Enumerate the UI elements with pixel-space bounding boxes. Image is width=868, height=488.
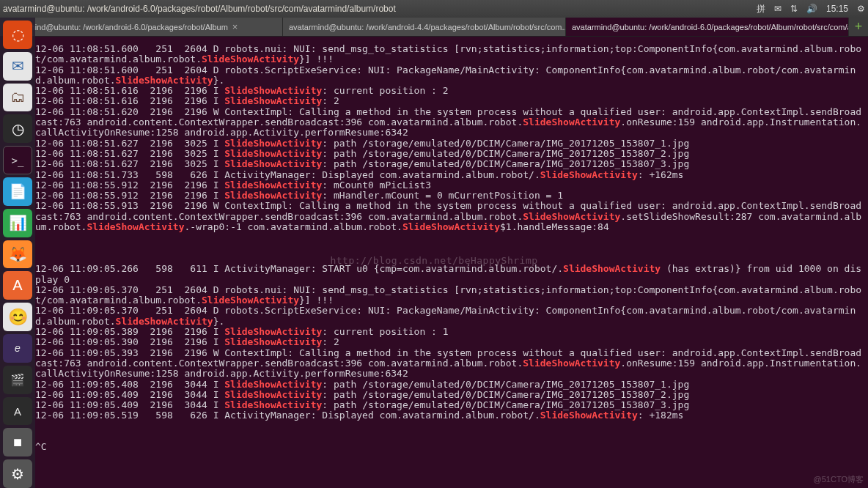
chromium-icon: ◷ xyxy=(12,120,24,138)
menu-bar: avatarmind@ubuntu: /work/android-6.0/pac… xyxy=(0,0,868,18)
folder-icon: 🗂 xyxy=(10,89,25,106)
window-title: avatarmind@ubuntu: /work/android-6.0/pac… xyxy=(3,4,757,14)
clapper-icon: 🎬 xyxy=(10,373,25,387)
close-icon[interactable]: × xyxy=(232,22,238,32)
launcher-item-software[interactable]: A xyxy=(3,271,32,300)
launcher-item-firefox[interactable]: 🦊 xyxy=(3,240,32,269)
launcher-item-settings[interactable]: ⚙ xyxy=(3,459,32,488)
launcher-item-unknown[interactable]: ■ xyxy=(3,428,32,456)
network-icon[interactable]: ⇅ xyxy=(790,4,798,14)
unity-launcher: ◌ ✉ 🗂 ◷ >_ 📄 📊 🦊 A 😊 e 🎬 A ■ ⚙ xyxy=(0,18,35,488)
launcher-item-dash[interactable]: ◌ xyxy=(3,21,32,49)
firefox-icon: 🦊 xyxy=(9,245,27,263)
launcher-item-thunderbird[interactable]: ✉ xyxy=(3,52,32,81)
volume-icon[interactable]: 🔊 xyxy=(806,4,817,14)
launcher-item-calc[interactable]: 📊 xyxy=(3,209,32,237)
mail-icon: ✉ xyxy=(12,57,24,75)
spreadsheet-icon: 📊 xyxy=(9,214,27,232)
watermark2: @51CTO博客 xyxy=(814,474,864,485)
gear-icon: ⚙ xyxy=(11,465,24,483)
launcher-item-files[interactable]: 🗂 xyxy=(3,84,32,112)
eclipse-icon: e xyxy=(15,342,21,354)
smile-icon: 😊 xyxy=(8,308,28,327)
session-gear-icon[interactable]: ⚙ xyxy=(857,4,865,14)
clock[interactable]: 15:15 xyxy=(826,4,848,14)
android-icon: A xyxy=(14,405,21,418)
launcher-item-cheese[interactable]: 😊 xyxy=(3,303,32,331)
tab-1[interactable]: avatarmind@ubuntu: /work/android-4.4/pac… xyxy=(283,18,566,36)
launcher-item-writer[interactable]: 📄 xyxy=(3,177,32,206)
new-tab-button[interactable]: + xyxy=(849,18,868,36)
square-icon: ■ xyxy=(13,434,22,451)
tab-0[interactable]: avatarmind@ubuntu: /work/android-6.0/pac… xyxy=(0,18,283,36)
launcher-item-androidstudio[interactable]: A xyxy=(3,397,32,426)
ime-indicator[interactable]: 拼 xyxy=(757,3,765,15)
watermark: http://blog.csdn.net/beHappyShrimp xyxy=(330,255,537,266)
launcher-item-eclipse[interactable]: e xyxy=(3,334,32,363)
tab-label: avatarmind@ubuntu: /work/android-4.4/pac… xyxy=(289,23,566,32)
bag-icon: A xyxy=(12,277,22,294)
tab-2[interactable]: avatarmind@ubuntu: /work/android-6.0/pac… xyxy=(566,18,849,36)
tab-label: avatarmind@ubuntu: /work/android-6.0/pac… xyxy=(572,23,849,32)
launcher-item-terminal[interactable]: >_ xyxy=(3,146,32,174)
launcher-item-chromium[interactable]: ◷ xyxy=(3,114,32,143)
document-icon: 📄 xyxy=(9,182,27,200)
mail-icon[interactable]: ✉ xyxy=(774,4,781,14)
terminal-tabs: avatarmind@ubuntu: /work/android-6.0/pac… xyxy=(0,18,868,37)
ubuntu-icon: ◌ xyxy=(12,26,24,43)
tab-label: avatarmind@ubuntu: /work/android-6.0/pac… xyxy=(6,23,228,32)
system-tray[interactable]: 拼 ✉ ⇅ 🔊 15:15 ⚙ xyxy=(757,3,865,15)
terminal-icon: >_ xyxy=(12,155,24,166)
launcher-item-video[interactable]: 🎬 xyxy=(3,366,32,394)
